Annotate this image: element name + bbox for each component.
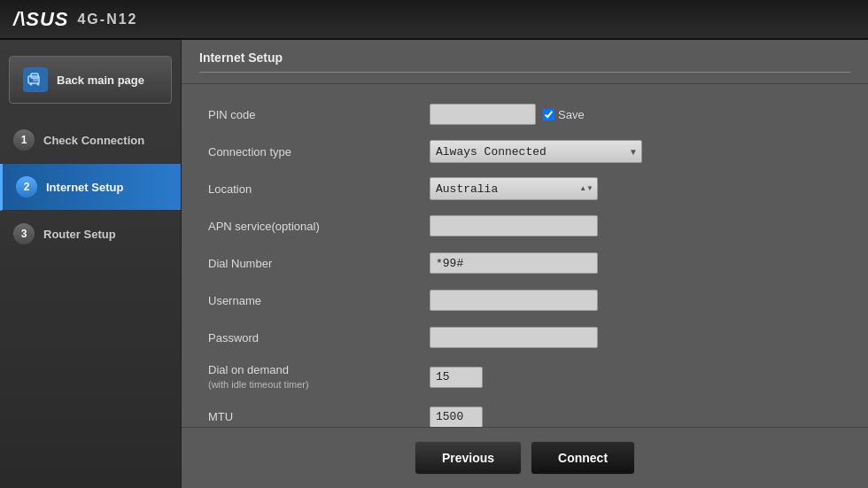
sidebar-item-check-connection[interactable]: 1 Check Connection — [0, 117, 181, 164]
mtu-input[interactable] — [430, 407, 483, 427]
password-row: Password — [208, 325, 841, 350]
pin-code-input[interactable] — [430, 104, 536, 125]
location-select[interactable]: Australia United States United Kingdom C… — [430, 177, 598, 200]
apn-row: APN service(optional) — [208, 213, 841, 238]
dial-number-label: Dial Number — [208, 257, 430, 270]
connection-type-select-wrapper: Always Connected On Demand Manual — [430, 140, 642, 163]
model-name: 4G-N12 — [77, 12, 137, 27]
brand-name: /\SUS — [13, 8, 68, 31]
connection-type-row: Connection type Always Connected On Dema… — [208, 139, 841, 164]
sidebar-item-internet-setup[interactable]: 2 Internet Setup — [0, 164, 181, 211]
page-title: Internet Setup — [199, 50, 850, 65]
username-row: Username — [208, 288, 841, 313]
nav-label-router-setup: Router Setup — [43, 228, 116, 241]
logo: /\SUS 4G-N12 — [13, 8, 138, 31]
layout: Back main page 1 Check Connection 2 Inte… — [0, 40, 868, 488]
previous-button[interactable]: Previous — [415, 441, 522, 475]
password-input[interactable] — [430, 327, 598, 348]
dial-on-demand-label-container: Dial on demand (with idle timeout timer) — [208, 362, 430, 392]
location-label: Location — [208, 182, 430, 196]
connect-button[interactable]: Connect — [531, 441, 635, 475]
password-controls — [430, 327, 598, 348]
password-label: Password — [208, 331, 430, 345]
page-title-bar: Internet Setup — [182, 40, 868, 84]
dial-on-demand-input[interactable] — [430, 367, 483, 388]
username-label: Username — [208, 294, 430, 307]
footer-buttons: Previous Connect — [182, 427, 868, 488]
nav-number-2: 2 — [16, 176, 37, 198]
mtu-row: MTU — [208, 405, 841, 427]
pin-code-controls: Save — [430, 104, 585, 125]
sidebar-item-router-setup[interactable]: 3 Router Setup — [0, 211, 181, 258]
mtu-controls — [430, 407, 483, 427]
save-checkbox-label: Save — [543, 108, 585, 121]
location-select-wrapper: Australia United States United Kingdom C… — [430, 177, 598, 200]
back-main-page-button[interactable]: Back main page — [9, 56, 172, 104]
header: /\SUS 4G-N12 — [0, 0, 868, 40]
back-icon — [23, 67, 48, 92]
apn-input[interactable] — [430, 215, 598, 236]
dial-on-demand-sublabel: (with idle timeout timer) — [208, 378, 430, 391]
back-button-label: Back main page — [57, 74, 144, 87]
dial-on-demand-row: Dial on demand (with idle timeout timer) — [208, 362, 841, 392]
apn-controls — [430, 215, 598, 236]
pin-code-row: PIN code Save — [208, 102, 841, 127]
dial-number-controls — [430, 252, 598, 274]
title-divider — [199, 72, 850, 73]
nav-number-3: 3 — [13, 223, 35, 244]
svg-point-2 — [30, 83, 33, 86]
form-area: PIN code Save Connection type Always Con… — [182, 84, 868, 427]
sidebar: Back main page 1 Check Connection 2 Inte… — [0, 40, 182, 488]
save-checkbox[interactable] — [543, 109, 554, 120]
location-row: Location Australia United States United … — [208, 176, 841, 201]
dial-number-input[interactable] — [430, 252, 598, 274]
connection-type-select[interactable]: Always Connected On Demand Manual — [430, 140, 642, 163]
dial-on-demand-label: Dial on demand — [208, 362, 430, 378]
dial-on-demand-controls — [430, 367, 483, 388]
apn-label: APN service(optional) — [208, 220, 430, 233]
main-content: Internet Setup PIN code Save Connection … — [182, 40, 868, 488]
pin-code-label: PIN code — [208, 108, 430, 121]
nav-items: 1 Check Connection 2 Internet Setup 3 Ro… — [0, 117, 181, 258]
nav-number-1: 1 — [13, 129, 35, 151]
nav-label-check-connection: Check Connection — [43, 134, 144, 147]
save-text: Save — [558, 108, 585, 121]
connection-type-controls: Always Connected On Demand Manual — [430, 140, 642, 163]
mtu-label: MTU — [208, 410, 430, 423]
username-controls — [430, 290, 598, 311]
connection-type-label: Connection type — [208, 145, 430, 159]
username-input[interactable] — [430, 290, 598, 311]
location-controls: Australia United States United Kingdom C… — [430, 177, 598, 200]
dial-number-row: Dial Number — [208, 251, 841, 275]
svg-point-3 — [37, 83, 40, 86]
nav-label-internet-setup: Internet Setup — [46, 181, 123, 194]
